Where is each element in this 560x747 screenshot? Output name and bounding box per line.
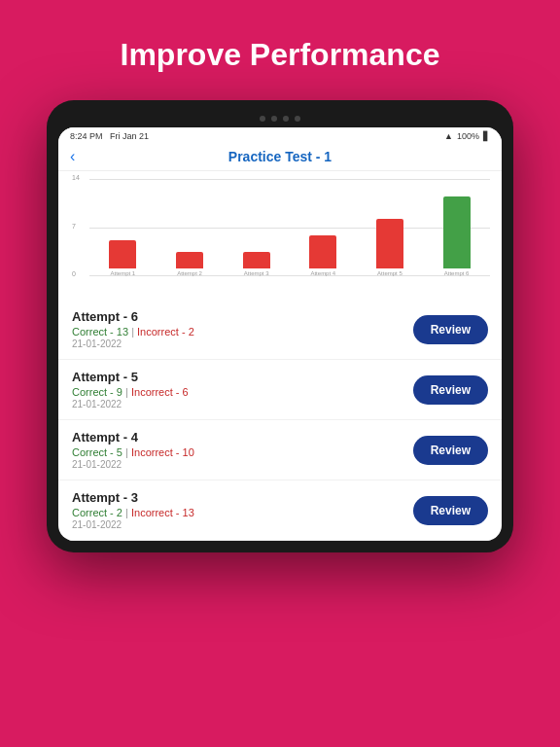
attempt-scores-3: Correct - 5 | Incorrect - 10 — [72, 446, 413, 458]
attempt-date-2: 21-01-2022 — [72, 399, 413, 409]
dot-3 — [283, 116, 289, 122]
incorrect-label-1: Incorrect - 2 — [137, 326, 194, 338]
separator-4: | — [122, 507, 131, 518]
review-button-3[interactable]: Review — [413, 436, 488, 465]
bar-2 — [176, 252, 203, 268]
chart-area: 14 7 0 Attempt 1Attempt 2Attempt 3Attemp… — [58, 171, 502, 300]
correct-label-3: Correct - 5 — [72, 446, 122, 458]
camera-dots — [260, 116, 300, 122]
bar-group-1: Attempt 1 — [109, 240, 136, 276]
hero-section: Improve Performance — [100, 0, 459, 100]
status-right: ▲ 100% ▋ — [444, 131, 490, 141]
dot-1 — [260, 116, 265, 122]
chart-container: 14 7 0 Attempt 1Attempt 2Attempt 3Attemp… — [70, 179, 490, 296]
status-time: 8:24 PM — [70, 131, 103, 141]
separator-3: | — [122, 446, 131, 458]
attempt-item-1: Attempt - 6Correct - 13 | Incorrect - 22… — [58, 300, 502, 360]
review-button-1[interactable]: Review — [413, 315, 488, 344]
bar-label-6: Attempt 6 — [444, 270, 470, 276]
correct-label-2: Correct - 9 — [72, 386, 122, 398]
bar-group-4: Attempt 4 — [309, 235, 336, 276]
attempt-date-3: 21-01-2022 — [72, 459, 413, 470]
review-button-2[interactable]: Review — [413, 375, 488, 405]
separator-2: | — [122, 386, 131, 398]
bar-label-1: Attempt 1 — [110, 270, 135, 276]
bar-group-5: Attempt 5 — [376, 219, 403, 276]
attempt-scores-1: Correct - 13 | Incorrect - 2 — [72, 326, 413, 338]
attempt-item-4: Attempt - 3Correct - 2 | Incorrect - 132… — [58, 480, 502, 541]
incorrect-label-3: Incorrect - 10 — [131, 446, 194, 458]
battery-percent: 100% — [457, 131, 479, 141]
bar-1 — [109, 240, 136, 268]
bar-group-6: Attempt 6 — [443, 196, 471, 276]
review-button-4[interactable]: Review — [413, 496, 488, 525]
attempt-title-3: Attempt - 4 — [72, 430, 413, 445]
status-date: Fri Jan 21 — [110, 131, 149, 141]
bar-label-3: Attempt 3 — [244, 270, 269, 276]
device-frame: 8:24 PM Fri Jan 21 ▲ 100% ▋ ‹ Practice T… — [47, 100, 513, 552]
separator-1: | — [128, 326, 137, 338]
bars-wrapper: Attempt 1Attempt 2Attempt 3Attempt 4Atte… — [89, 179, 490, 276]
wifi-icon: ▲ — [444, 131, 453, 141]
device-screen: 8:24 PM Fri Jan 21 ▲ 100% ▋ ‹ Practice T… — [58, 127, 502, 541]
status-time-date: 8:24 PM Fri Jan 21 — [70, 131, 149, 141]
bar-5 — [376, 219, 403, 268]
incorrect-label-2: Incorrect - 6 — [131, 386, 189, 398]
bar-4 — [309, 235, 336, 268]
dot-4 — [295, 116, 300, 122]
bar-label-2: Attempt 2 — [177, 270, 202, 276]
bar-6 — [443, 196, 471, 268]
device-top-bar — [58, 112, 502, 127]
correct-label-1: Correct - 13 — [72, 326, 128, 338]
attempt-info-1: Attempt - 6Correct - 13 | Incorrect - 22… — [72, 309, 413, 349]
grid-label-7: 7 — [72, 223, 76, 230]
bar-label-4: Attempt 4 — [310, 270, 335, 276]
attempt-title-1: Attempt - 6 — [72, 309, 413, 324]
grid-label-14: 14 — [72, 174, 80, 181]
attempt-scores-4: Correct - 2 | Incorrect - 13 — [72, 507, 413, 518]
grid-label-0: 0 — [72, 270, 76, 277]
back-button[interactable]: ‹ — [70, 148, 75, 165]
attempt-title-2: Attempt - 5 — [72, 370, 413, 384]
attempt-title-4: Attempt - 3 — [72, 490, 413, 505]
status-bar: 8:24 PM Fri Jan 21 ▲ 100% ▋ — [58, 127, 502, 145]
attempt-item-2: Attempt - 5Correct - 9 | Incorrect - 621… — [58, 360, 502, 420]
bar-group-3: Attempt 3 — [243, 252, 270, 276]
dot-2 — [271, 116, 277, 122]
attempt-item-3: Attempt - 4Correct - 5 | Incorrect - 102… — [58, 420, 502, 480]
attempt-info-4: Attempt - 3Correct - 2 | Incorrect - 132… — [72, 490, 413, 530]
nav-bar: ‹ Practice Test - 1 — [58, 145, 502, 171]
attempt-scores-2: Correct - 9 | Incorrect - 6 — [72, 386, 413, 398]
hero-title: Improve Performance — [100, 0, 459, 100]
bar-group-2: Attempt 2 — [176, 252, 203, 276]
bar-label-5: Attempt 5 — [377, 270, 402, 276]
correct-label-4: Correct - 2 — [72, 507, 122, 518]
attempts-list: Attempt - 6Correct - 13 | Incorrect - 22… — [58, 300, 502, 541]
attempt-date-1: 21-01-2022 — [72, 338, 413, 349]
attempt-info-3: Attempt - 4Correct - 5 | Incorrect - 102… — [72, 430, 413, 470]
nav-title: Practice Test - 1 — [228, 149, 332, 164]
bar-3 — [243, 252, 270, 268]
incorrect-label-4: Incorrect - 13 — [131, 507, 194, 518]
attempt-info-2: Attempt - 5Correct - 9 | Incorrect - 621… — [72, 370, 413, 409]
attempt-date-4: 21-01-2022 — [72, 519, 413, 530]
battery-icon: ▋ — [483, 131, 490, 141]
